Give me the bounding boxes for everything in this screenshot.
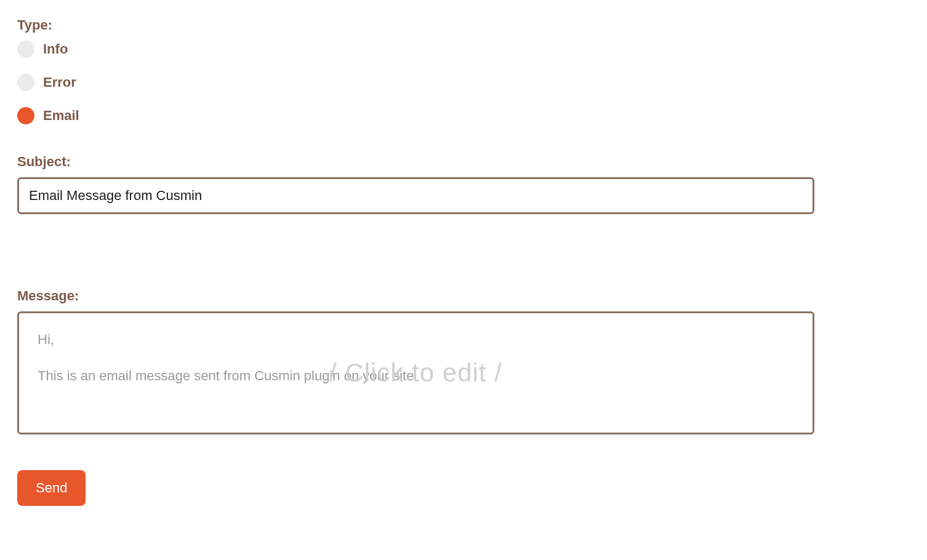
message-line: This is an email message sent from Cusmi… — [38, 367, 794, 386]
subject-section: Subject: — [17, 154, 910, 214]
radio-info-label: Info — [43, 41, 68, 57]
type-radio-group: Info Error Email — [17, 41, 910, 124]
message-label: Message: — [17, 288, 910, 304]
message-line: Hi, — [38, 330, 794, 350]
radio-circle-icon — [17, 74, 34, 91]
radio-info[interactable]: Info — [17, 41, 910, 58]
radio-email-label: Email — [43, 108, 79, 124]
radio-error[interactable]: Error — [17, 74, 910, 91]
form-container: Type: Info Error Email Subject: Message:… — [17, 17, 910, 506]
subject-input[interactable] — [17, 177, 814, 214]
radio-circle-selected-icon — [17, 107, 34, 124]
type-label: Type: — [17, 17, 910, 33]
subject-label: Subject: — [17, 154, 910, 170]
radio-circle-icon — [17, 41, 34, 58]
message-section: Message: Hi, This is an email message se… — [17, 288, 910, 434]
send-button[interactable]: Send — [17, 470, 86, 506]
radio-error-label: Error — [43, 74, 76, 90]
message-editor[interactable]: Hi, This is an email message sent from C… — [17, 311, 814, 434]
radio-email[interactable]: Email — [17, 107, 910, 124]
